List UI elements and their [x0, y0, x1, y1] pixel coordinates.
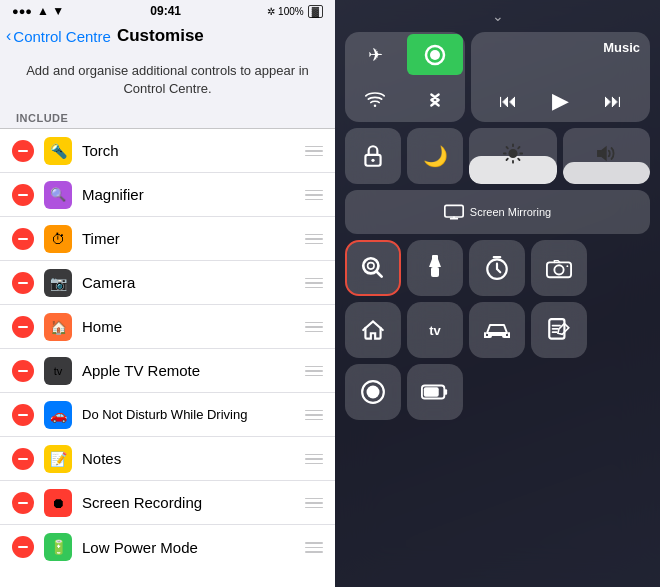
svg-rect-12 [432, 255, 438, 260]
bluetooth-icon: ✲ 100% [267, 6, 303, 17]
cc-notes-button[interactable] [531, 302, 587, 358]
left-panel: ●●● ▲ ▼ 09:41 ✲ 100% ▓ ‹ Control Centre … [0, 0, 335, 587]
svg-rect-10 [431, 267, 439, 277]
appletv-drag-handle[interactable] [305, 366, 323, 377]
remove-notes-button[interactable] [12, 448, 34, 470]
screen-recording-icon: ⏺ [44, 489, 72, 517]
cc-brightness-slider[interactable] [469, 128, 557, 184]
cc-low-power-button[interactable] [407, 364, 463, 420]
cc-content: ⌄ ✈ [335, 0, 660, 587]
cc-row-3 [345, 240, 650, 296]
section-header: INCLUDE [0, 106, 335, 128]
status-bar-right: ✲ 100% ▓ [267, 5, 323, 18]
screen-mirroring-label: Screen Mirroring [470, 206, 551, 218]
wifi-button[interactable] [345, 77, 405, 122]
list-item: 🏠 Home [0, 305, 335, 349]
list-item: 📷 Camera [0, 261, 335, 305]
cc-row-4: tv [345, 302, 650, 358]
remove-screen-recording-button[interactable] [12, 492, 34, 514]
home-icon: 🏠 [44, 313, 72, 341]
cc-screen-mirroring-button[interactable]: Screen Mirroring [345, 190, 650, 234]
cc-home-button[interactable] [345, 302, 401, 358]
cc-torch-button[interactable] [407, 240, 463, 296]
list-item: 🔋 Low Power Mode [0, 525, 335, 569]
time-display: 09:41 [150, 4, 181, 18]
notes-drag-handle[interactable] [305, 454, 323, 465]
screen-recording-label: Screen Recording [82, 494, 305, 511]
cc-music-controls: ⏮ ▶ ⏭ [481, 88, 640, 114]
low-power-drag-handle[interactable] [305, 542, 323, 553]
dnd-driving-icon: 🚗 [44, 401, 72, 429]
airplane-mode-button[interactable]: ✈ [345, 32, 405, 77]
notes-icon: 📝 [44, 445, 72, 473]
cc-music-tile[interactable]: Music ⏮ ▶ ⏭ [471, 32, 650, 122]
cc-appletv-button[interactable]: tv [407, 302, 463, 358]
back-label: Control Centre [13, 28, 111, 45]
fast-forward-button[interactable]: ⏭ [604, 91, 622, 112]
cc-row-5 [345, 364, 650, 420]
svg-rect-23 [444, 389, 447, 395]
remove-timer-button[interactable] [12, 228, 34, 250]
svg-point-4 [371, 159, 374, 162]
bluetooth-button[interactable] [405, 77, 465, 122]
list-item: ⏱ Timer [0, 217, 335, 261]
svg-point-1 [430, 50, 440, 60]
svg-point-9 [368, 263, 375, 270]
page-title: Customise [117, 26, 204, 46]
torch-label: Torch [82, 142, 305, 159]
status-bar: ●●● ▲ ▼ 09:41 ✲ 100% ▓ [0, 0, 335, 22]
cc-connectivity-tile[interactable]: ✈ [345, 32, 465, 122]
list-item: 🚗 Do Not Disturb While Driving [0, 393, 335, 437]
remove-dnd-driving-button[interactable] [12, 404, 34, 426]
home-drag-handle[interactable] [305, 322, 323, 333]
cc-magnifier-button[interactable] [345, 240, 401, 296]
cc-row-2: 🌙 [345, 128, 650, 184]
torch-icon: 🔦 [44, 137, 72, 165]
low-power-icon: 🔋 [44, 533, 72, 561]
timer-label: Timer [82, 230, 305, 247]
svg-marker-6 [598, 147, 606, 160]
svg-rect-24 [424, 387, 439, 396]
svg-point-15 [554, 265, 563, 274]
remove-torch-button[interactable] [12, 140, 34, 162]
remove-appletv-button[interactable] [12, 360, 34, 382]
status-bar-left: ●●● ▲ ▼ [12, 4, 64, 18]
svg-point-18 [502, 334, 506, 338]
remove-home-button[interactable] [12, 316, 34, 338]
cc-rotation-lock-button[interactable] [345, 128, 401, 184]
svg-rect-7 [445, 205, 463, 217]
include-list: 🔦 Torch 🔍 Magnifier ⏱ Timer 📷 Camera 🏠 H… [0, 128, 335, 587]
cellular-button[interactable] [407, 34, 463, 75]
remove-magnifier-button[interactable] [12, 184, 34, 206]
cc-screen-record-button[interactable] [345, 364, 401, 420]
torch-drag-handle[interactable] [305, 146, 323, 157]
wifi-status: ▲ ▼ [37, 4, 64, 18]
signal-icon: ●●● [12, 5, 32, 17]
camera-label: Camera [82, 274, 305, 291]
screen-recording-drag-handle[interactable] [305, 498, 323, 509]
cc-dnd-button[interactable]: 🌙 [407, 128, 463, 184]
timer-drag-handle[interactable] [305, 234, 323, 245]
cc-camera-button[interactable] [531, 240, 587, 296]
magnifier-drag-handle[interactable] [305, 190, 323, 201]
svg-point-21 [367, 386, 380, 399]
appletv-label: Apple TV Remote [82, 362, 305, 379]
remove-camera-button[interactable] [12, 272, 34, 294]
svg-point-5 [509, 150, 516, 157]
home-label: Home [82, 318, 305, 335]
timer-icon: ⏱ [44, 225, 72, 253]
cc-car-button[interactable] [469, 302, 525, 358]
rewind-button[interactable]: ⏮ [499, 91, 517, 112]
list-item: 📝 Notes [0, 437, 335, 481]
dnd-driving-drag-handle[interactable] [305, 410, 323, 421]
remove-low-power-button[interactable] [12, 536, 34, 558]
low-power-label: Low Power Mode [82, 539, 305, 556]
cc-volume-slider[interactable] [563, 128, 651, 184]
camera-drag-handle[interactable] [305, 278, 323, 289]
cc-timer-button[interactable] [469, 240, 525, 296]
play-button[interactable]: ▶ [552, 88, 569, 114]
dnd-driving-label: Do Not Disturb While Driving [82, 407, 305, 422]
svg-point-16 [566, 265, 568, 267]
list-item: tv Apple TV Remote [0, 349, 335, 393]
back-button[interactable]: ‹ Control Centre [6, 27, 111, 45]
